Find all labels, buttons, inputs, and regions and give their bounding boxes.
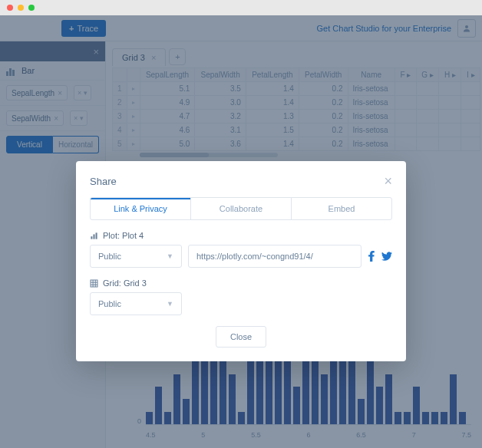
plot-url-field[interactable]: https://plotly.com/~congnd91/4/ [188, 245, 362, 268]
modal-close-button[interactable]: Close [216, 326, 266, 348]
tab-link-privacy[interactable]: Link & Privacy [91, 198, 190, 219]
modal-close-icon[interactable]: × [384, 173, 392, 189]
grid-visibility-dropdown[interactable]: Public ▼ [90, 292, 182, 315]
grid-visibility-value: Public [98, 299, 121, 308]
plot-section-text: Plot: Plot 4 [103, 231, 144, 240]
plot-section-label: Plot: Plot 4 [90, 231, 392, 240]
grid-section-text: Grid: Grid 3 [103, 278, 147, 288]
svg-rect-4 [91, 280, 97, 287]
chevron-down-icon: ▼ [167, 252, 173, 260]
plot-visibility-value: Public [98, 252, 121, 261]
tab-collaborate[interactable]: Collaborate [190, 198, 291, 219]
twitter-share-icon[interactable] [381, 252, 392, 261]
modal-title: Share [90, 176, 117, 187]
chart-icon [90, 232, 98, 240]
window-min-dot[interactable] [18, 5, 24, 11]
svg-rect-3 [96, 232, 97, 239]
window-max-dot[interactable] [28, 5, 35, 11]
grid-section-label: Grid: Grid 3 [90, 278, 392, 288]
window-close-dot[interactable] [7, 5, 13, 11]
modal-tabs: Link & Privacy Collaborate Embed [90, 197, 392, 220]
plot-visibility-dropdown[interactable]: Public ▼ [90, 245, 182, 268]
tab-embed[interactable]: Embed [291, 198, 391, 219]
chevron-down-icon: ▼ [167, 300, 173, 308]
facebook-share-icon[interactable] [368, 251, 375, 262]
svg-rect-1 [91, 236, 92, 239]
browser-titlebar [0, 0, 482, 15]
modal-overlay[interactable]: Share × Link & Privacy Collaborate Embed… [0, 15, 482, 448]
svg-rect-2 [93, 234, 94, 239]
share-modal: Share × Link & Privacy Collaborate Embed… [76, 161, 406, 361]
grid-icon [90, 279, 98, 288]
